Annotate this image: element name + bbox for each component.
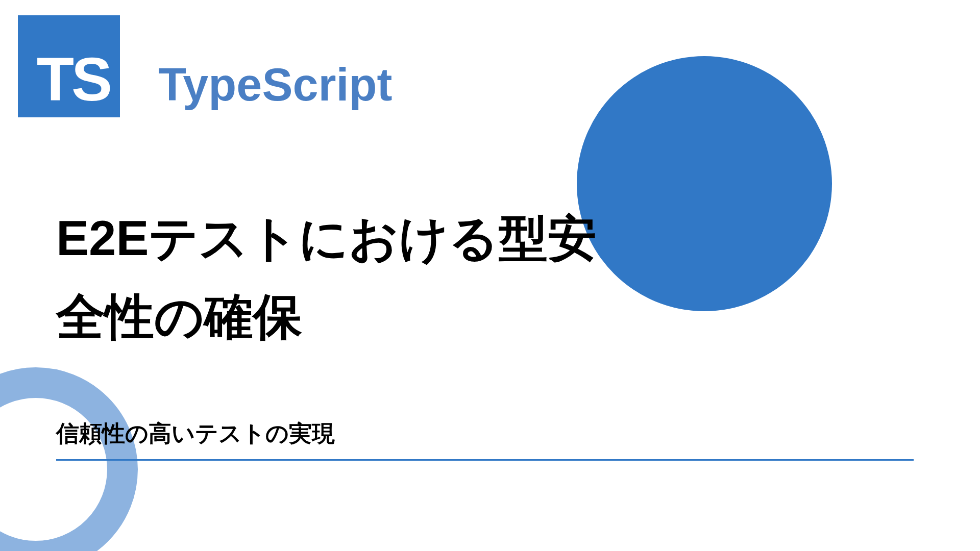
decorative-circle-filled: [577, 56, 832, 311]
page-title: E2Eテストにおける型安全性の確保: [56, 199, 597, 356]
typescript-logo-text: TS: [37, 48, 110, 110]
page-subtitle: 信頼性の高いテストの実現: [56, 418, 335, 449]
brand-name: TypeScript: [158, 59, 392, 111]
typescript-logo: TS: [18, 15, 120, 117]
divider-line: [56, 459, 914, 461]
